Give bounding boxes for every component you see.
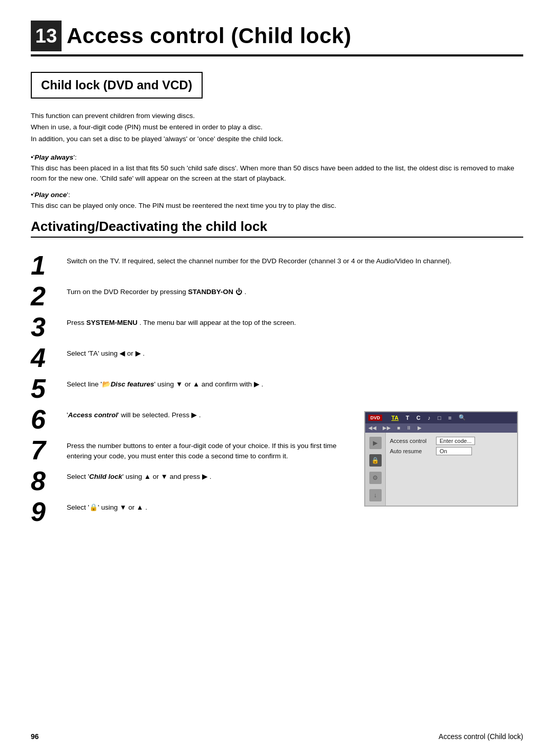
step-number-8: 8	[31, 468, 67, 494]
steps-lower: 6 'Access control' will be selected. Pre…	[31, 406, 523, 529]
intro-text: This function can prevent children from …	[31, 111, 523, 144]
footer-title: Access control (Child lock)	[439, 732, 523, 741]
menu-label-autoresume: Auto resume	[390, 448, 436, 454]
step-number-6: 6	[31, 406, 67, 433]
menu-body: ▶ 🔒 ⚙ ↓ Access control Enter code... Aut…	[365, 433, 517, 506]
menu-row-access: Access control Enter code...	[390, 437, 513, 445]
menu-tab-square: □	[438, 415, 441, 421]
step-row-2: 2 Turn on the DVD Recorder by pressing S…	[31, 283, 523, 309]
step-content-1: Switch on the TV. If required, select th…	[67, 252, 523, 266]
intro-line1: This function can prevent children from …	[31, 111, 523, 121]
menu-icon-1: ◀◀	[368, 425, 377, 431]
chapter-header: 13 Access control (Child lock)	[31, 21, 523, 51]
menu-screenshot: DVD ТА T C ♪ □ ≡ 🔍 ◀◀ ▶▶ ■ ⏸ ▶	[364, 411, 518, 507]
menu-main: Access control Enter code... Auto resume…	[386, 433, 517, 506]
steps-lower-left: 6 'Access control' will be selected. Pre…	[31, 406, 349, 529]
menu-screenshot-container: DVD ТА T C ♪ □ ≡ 🔍 ◀◀ ▶▶ ■ ⏸ ▶	[364, 406, 523, 529]
bullet-always-body: This disc has been placed in a list that…	[31, 163, 523, 184]
step-row-7: 7 Press the number buttons to enter a fo…	[31, 437, 349, 463]
page-footer: 96 Access control (Child lock)	[31, 732, 523, 741]
menu-tab-list: ≡	[448, 415, 451, 421]
step-row-6: 6 'Access control' will be selected. Pre…	[31, 406, 349, 433]
section1-title: Child lock (DVD and VCD)	[41, 78, 192, 92]
menu-icon-2: ▶▶	[383, 425, 391, 431]
step-number-2: 2	[31, 283, 67, 309]
menu-icon-5: ▶	[418, 425, 422, 431]
step-row-5: 5 Select line '📂Disc features' using ▼ o…	[31, 375, 523, 402]
step-row-4: 4 Select 'ТА' using ◀ or ▶ .	[31, 344, 523, 371]
bullet-play-once: •'Play once': This disc can be played on…	[31, 191, 523, 211]
step-number-7: 7	[31, 437, 67, 463]
chapter-title: Access control (Child lock)	[67, 24, 351, 48]
step-content-9: Select '🔒' using ▼ or ▲ .	[67, 498, 349, 513]
step-content-4: Select 'ТА' using ◀ or ▶ .	[67, 344, 523, 359]
menu-sidebar: ▶ 🔒 ⚙ ↓	[365, 433, 386, 506]
menu-label-access: Access control	[390, 438, 436, 444]
header-rule	[31, 54, 523, 56]
page-number: 96	[31, 732, 39, 741]
step-content-7: Press the number buttons to enter a four…	[67, 437, 349, 462]
menu-sidebar-icon-4: ↓	[369, 489, 382, 501]
menu-icon-4: ⏸	[406, 425, 411, 431]
step-number-4: 4	[31, 344, 67, 371]
menu-sidebar-icon-2: 🔒	[369, 454, 382, 467]
step-content-3: Press SYSTEM-MENU . The menu bar will ap…	[67, 314, 523, 328]
menu-tab-ta: ТА	[391, 415, 399, 421]
step-content-5: Select line '📂Disc features' using ▼ or …	[67, 375, 523, 390]
menu-icon-3: ■	[397, 425, 400, 431]
bullet-once-body: This disc can be played only once. The P…	[31, 201, 523, 211]
menu-value-access: Enter code...	[436, 437, 475, 445]
step-row-9: 9 Select '🔒' using ▼ or ▲ .	[31, 498, 349, 525]
menu-tab-c: C	[417, 415, 421, 421]
step-content-2: Turn on the DVD Recorder by pressing STA…	[67, 283, 523, 297]
step-row-8: 8 Select 'Child lock' using ▲ or ▼ and p…	[31, 468, 349, 494]
menu-sidebar-icon-1: ▶	[369, 437, 382, 449]
menu-row-autoresume: Auto resume On	[390, 447, 513, 455]
step-number-1: 1	[31, 252, 67, 279]
step-number-5: 5	[31, 375, 67, 402]
menu-tab-music: ♪	[428, 415, 431, 421]
bullet-always-title: •'Play always':	[31, 153, 523, 161]
step-number-3: 3	[31, 314, 67, 340]
menu-sidebar-icon-3: ⚙	[369, 472, 382, 484]
step-content-8: Select 'Child lock' using ▲ or ▼ and pre…	[67, 468, 349, 482]
menu-icons-bar: ◀◀ ▶▶ ■ ⏸ ▶	[365, 423, 517, 433]
menu-top-bar: DVD ТА T C ♪ □ ≡ 🔍	[365, 412, 517, 423]
chapter-number: 13	[31, 21, 62, 51]
steps-section: 1 Switch on the TV. If required, select …	[31, 252, 523, 406]
section1-box: Child lock (DVD and VCD)	[31, 72, 203, 99]
intro-line3: In addition, you can set a disc to be pl…	[31, 134, 523, 144]
menu-tab-search: 🔍	[459, 414, 466, 421]
menu-dvd-badge: DVD	[368, 415, 382, 421]
menu-tab-t: T	[406, 415, 409, 421]
step-row-1: 1 Switch on the TV. If required, select …	[31, 252, 523, 279]
subsection-heading: Activating/Deactivating the child lock	[31, 219, 523, 238]
menu-value-autoresume: On	[436, 447, 472, 455]
intro-line2: When in use, a four-digit code (PIN) mus…	[31, 122, 523, 132]
step-content-6: 'Access control' will be selected. Press…	[67, 406, 349, 420]
bullet-play-always: •'Play always': This disc has been place…	[31, 153, 523, 184]
step-row-3: 3 Press SYSTEM-MENU . The menu bar will …	[31, 314, 523, 340]
step-number-9: 9	[31, 498, 67, 525]
bullet-once-title: •'Play once':	[31, 191, 523, 199]
